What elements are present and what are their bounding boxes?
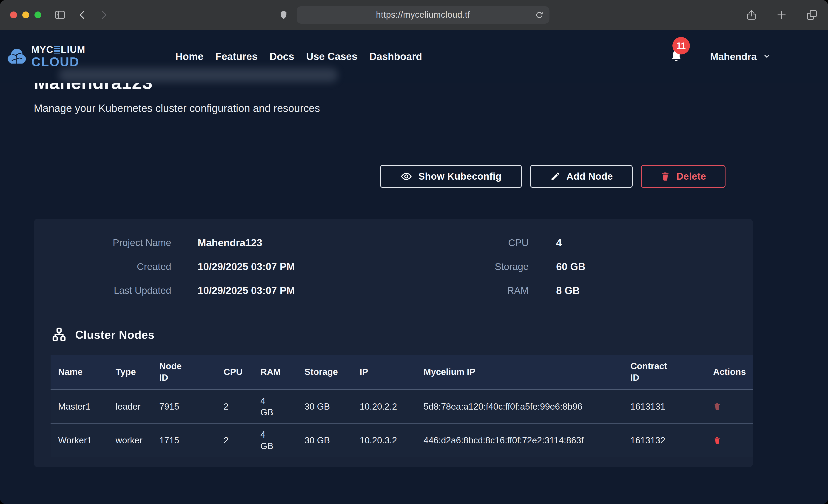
- col-header-cpu: CPU: [216, 355, 253, 389]
- cell-ip: 10.20.3.2: [352, 424, 416, 457]
- cluster-actions: Show Kubeconfig Add Node Delete: [380, 165, 726, 188]
- tab-overview-icon[interactable]: [806, 9, 818, 21]
- cluster-nodes-heading: Cluster Nodes: [51, 327, 155, 343]
- col-header-type: Type: [108, 355, 152, 389]
- cpu-label: CPU: [381, 237, 529, 248]
- cell-node-id: 1715: [152, 424, 216, 457]
- cell-ram: 4 GB: [253, 424, 297, 457]
- cell-ip: 10.20.2.2: [352, 390, 416, 423]
- brand-logo[interactable]: MYC LIUM CLOUD: [6, 45, 85, 68]
- browser-window: https://myceliumcloud.tf: [0, 0, 828, 504]
- project-name-label: Project Name: [34, 237, 171, 248]
- nav-link-features[interactable]: Features: [215, 51, 257, 62]
- new-tab-icon[interactable]: [776, 9, 787, 20]
- nodes-table-header: Name Type Node ID CPU RAM Storage IP Myc…: [50, 355, 753, 390]
- col-header-mycelium-ip: Mycelium IP: [416, 355, 623, 389]
- cell-name: Worker1: [50, 424, 108, 457]
- address-bar[interactable]: https://myceliumcloud.tf: [297, 6, 549, 24]
- cell-contract-id: 1613132: [623, 424, 705, 457]
- col-header-actions: Actions: [705, 355, 753, 389]
- cpu-value: 4: [556, 237, 585, 249]
- last-updated-value: 10/29/2025 03:07 PM: [198, 285, 381, 296]
- history-navigation: [77, 9, 109, 21]
- sidebar-toggle-icon[interactable]: [53, 9, 67, 21]
- cell-cpu: 2: [216, 424, 253, 457]
- privacy-shield-icon[interactable]: [279, 8, 288, 22]
- table-row-master1: Master1 leader 7915 2 4 GB 30 GB 10.20.2…: [50, 390, 753, 424]
- created-label: Created: [34, 261, 171, 272]
- col-header-node-id: Node ID: [152, 355, 216, 389]
- network-hierarchy-icon: [51, 327, 67, 343]
- user-menu[interactable]: Mahendra: [710, 51, 771, 62]
- back-icon[interactable]: [77, 9, 87, 21]
- cluster-info: Project Name Mahendra123 Created 10/29/2…: [34, 237, 753, 296]
- cell-type: worker: [108, 424, 152, 457]
- brand-line1: MYC LIUM: [31, 45, 85, 54]
- user-name: Mahendra: [710, 51, 757, 62]
- delete-node-button-master1[interactable]: [713, 402, 721, 411]
- cell-ram: 4 GB: [253, 390, 297, 423]
- reload-icon[interactable]: [535, 10, 544, 20]
- main-navigation: Home Features Docs Use Cases Dashboard: [175, 51, 422, 62]
- created-value: 10/29/2025 03:07 PM: [198, 261, 381, 272]
- storage-label: Storage: [381, 261, 529, 272]
- cluster-details-panel: Project Name Mahendra123 Created 10/29/2…: [34, 219, 753, 467]
- cell-mycelium-ip: 5d8:78ea:a120:f40c:ff0f:a5fe:99e6:8b96: [416, 390, 623, 423]
- url-text: https://myceliumcloud.tf: [376, 10, 470, 20]
- notification-badge: 11: [672, 37, 690, 54]
- col-header-contract-id: Contract ID: [623, 355, 705, 389]
- nav-link-dashboard[interactable]: Dashboard: [369, 51, 422, 62]
- cell-node-id: 7915: [152, 390, 216, 423]
- pencil-icon: [550, 171, 561, 182]
- col-header-name: Name: [50, 355, 108, 389]
- minimize-window-button[interactable]: [22, 11, 29, 18]
- page-subtitle: Manage your Kubernetes cluster configura…: [34, 102, 320, 114]
- nodes-table: Name Type Node ID CPU RAM Storage IP Myc…: [50, 355, 753, 457]
- cell-cpu: 2: [216, 390, 253, 423]
- nav-link-docs[interactable]: Docs: [270, 51, 294, 62]
- delete-cluster-button[interactable]: Delete: [641, 165, 726, 188]
- cloud-logo-icon: [6, 47, 28, 67]
- project-name-value: Mahendra123: [198, 237, 381, 249]
- trash-icon: [660, 171, 670, 182]
- col-header-ram: RAM: [253, 355, 297, 389]
- add-node-button[interactable]: Add Node: [530, 165, 633, 188]
- delete-node-button-worker1[interactable]: [713, 436, 721, 445]
- brand-e-glyph: [54, 46, 60, 53]
- cell-name: Master1: [50, 390, 108, 423]
- close-window-button[interactable]: [10, 11, 17, 18]
- scroll-blur-artifact: [58, 68, 338, 82]
- browser-toolbar: https://myceliumcloud.tf: [0, 0, 828, 30]
- show-kubeconfig-button[interactable]: Show Kubeconfig: [380, 165, 522, 188]
- nav-link-home[interactable]: Home: [175, 51, 203, 62]
- ram-label: RAM: [381, 285, 529, 296]
- cell-contract-id: 1613131: [623, 390, 705, 423]
- forward-icon[interactable]: [99, 9, 109, 21]
- storage-value: 60 GB: [556, 261, 585, 272]
- ram-value: 8 GB: [556, 285, 585, 296]
- last-updated-label: Last Updated: [34, 285, 171, 296]
- trash-icon: [713, 402, 721, 411]
- nav-link-use-cases[interactable]: Use Cases: [306, 51, 357, 62]
- eye-icon: [400, 170, 412, 182]
- brand-line2: CLOUD: [31, 55, 85, 68]
- cell-storage: 30 GB: [297, 424, 352, 457]
- col-header-ip: IP: [352, 355, 416, 389]
- site-navbar: MYC LIUM CLOUD Home Features Docs Use Ca…: [0, 30, 828, 83]
- page-title: Mahendra123: [34, 83, 153, 93]
- page-content: Mahendra123 MYC: [0, 30, 828, 504]
- col-header-storage: Storage: [297, 355, 352, 389]
- chevron-down-icon: [763, 52, 771, 61]
- notifications-button[interactable]: 11: [670, 49, 683, 64]
- cell-type: leader: [108, 390, 152, 423]
- trash-icon: [713, 436, 721, 445]
- cell-mycelium-ip: 446:d2a6:8bcd:8c16:ff0f:72e2:3114:863f: [416, 424, 623, 457]
- zoom-window-button[interactable]: [35, 11, 41, 18]
- share-icon[interactable]: [746, 8, 757, 22]
- table-row-worker1: Worker1 worker 1715 2 4 GB 30 GB 10.20.3…: [50, 424, 753, 457]
- window-controls: [10, 11, 41, 18]
- cell-storage: 30 GB: [297, 390, 352, 423]
